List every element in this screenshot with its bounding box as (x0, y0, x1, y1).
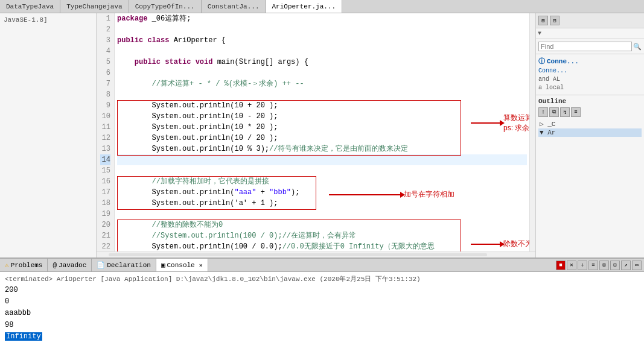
code-scroll[interactable]: 123456789101112131415161718192021222324 … (97, 13, 535, 251)
console-close-icon[interactable]: ✕ (567, 261, 576, 270)
console-icon: ▣ (161, 261, 165, 269)
outline-title: Outline (538, 98, 642, 105)
right-panel-search: 🔍 (536, 39, 644, 54)
code-line-1: package _06运算符; (117, 13, 527, 24)
outline-item-c[interactable]: ▷ _C (538, 119, 642, 128)
code-line-9: System.out.println(10 + 20 ); (117, 100, 527, 111)
console-stop-icon[interactable]: ■ (556, 261, 566, 270)
editor-scrollbar[interactable] (529, 13, 535, 251)
line-num-2: 2 (100, 24, 110, 35)
main-area: JavaSE-1.8] 1234567891011121314151617181… (0, 13, 644, 257)
tab-constantja[interactable]: ConstantJa... (202, 0, 266, 13)
code-line-17: System.out.println("aaa" + "bbb"); (117, 187, 527, 198)
line-num-8: 8 (100, 89, 110, 100)
line-num-1: 1 (100, 13, 110, 24)
tab-problems[interactable]: ⚠ Problems (0, 259, 48, 271)
editor-area: 123456789101112131415161718192021222324 … (97, 13, 535, 257)
connect-title: ⓘ Conne... (538, 57, 642, 66)
line-num-16: 16 (100, 176, 110, 187)
connect-line2: and AL (538, 75, 642, 84)
outline-btn-4[interactable]: ≡ (571, 107, 581, 117)
line-num-13: 13 (100, 144, 110, 154)
line-num-11: 11 (100, 122, 110, 133)
right-panel-toolbar: ⊞ ⊟ (538, 16, 642, 25)
expand-icon[interactable]: ⊞ (538, 16, 548, 25)
search-icon[interactable]: 🔍 (633, 43, 642, 51)
line-num-22: 22 (100, 241, 110, 251)
declaration-icon: 📄 (97, 261, 105, 269)
problems-icon: ⚠ (5, 261, 9, 269)
code-line-6 (117, 68, 527, 78)
console-scroll-lock-icon[interactable]: ⇩ (578, 261, 587, 270)
connect-line3: a local (538, 84, 642, 92)
console-btn-7[interactable]: ↗ (621, 261, 631, 270)
code-line-18: System.out.println('a' + 1 ); (117, 198, 527, 209)
code-line-16: //加载字符相加时，它代表的是拼接 (117, 176, 527, 187)
code-line-2 (117, 24, 527, 35)
console-btn-5[interactable]: ⊞ (599, 261, 609, 270)
console-output: 200 0 aaabbb 98 Infinity (5, 285, 639, 343)
line-num-15: 15 (100, 165, 110, 176)
left-sidebar: JavaSE-1.8] (0, 13, 97, 257)
line-num-14: 14 (100, 154, 110, 165)
bottom-tab-bar: ⚠ Problems @ Javadoc 📄 Declaration ▣ Con… (0, 259, 644, 272)
chevron-down-icon: ▼ (538, 30, 541, 37)
info-icon: ⓘ (538, 57, 545, 66)
line-num-20: 20 (100, 220, 110, 230)
output-line-1: 200 (5, 285, 639, 296)
code-line-15 (117, 165, 527, 176)
line-num-4: 4 (100, 46, 110, 57)
tab-datatypejava[interactable]: DataTypeJava (0, 0, 60, 13)
hscroll-thumb[interactable] (109, 253, 487, 256)
code-line-8 (117, 89, 527, 100)
code-line-20: //整数的除数不能为0 (117, 220, 527, 230)
code-line-21: //System.out.println(100 / 0);//在运算时，会有异… (117, 230, 527, 241)
find-input[interactable] (538, 42, 632, 51)
outline-tree: ▷ _C ▼ Ar (538, 119, 642, 137)
editor-tab-bar: DataTypeJava TypeChangejava CopyTypeOfIn… (0, 0, 644, 13)
tab-copytypeofin[interactable]: CopyTypeOfIn... (129, 0, 202, 13)
connect-section: ⓘ Conne... Conne... and AL a local (536, 54, 644, 95)
connect-text: Conne... and AL a local (538, 67, 642, 92)
console-btn-6[interactable]: ⊟ (610, 261, 620, 270)
console-actions: ■ ✕ ⇩ ≡ ⊞ ⊟ ↗ ▭ (553, 259, 644, 271)
javadoc-icon: @ (53, 262, 57, 269)
horizontal-scrollbar[interactable] (97, 251, 535, 257)
sidebar-javase[interactable]: JavaSE-1.8] (2, 16, 94, 24)
line-num-17: 17 (100, 187, 110, 198)
line-num-19: 19 (100, 209, 110, 220)
line-num-18: 18 (100, 198, 110, 209)
tab-arioperter[interactable]: AriOperter.ja... (266, 0, 343, 13)
line-num-6: 6 (100, 68, 110, 78)
code-line-10: System.out.println(10 - 20 ); (117, 111, 527, 122)
tab-console[interactable]: ▣ Console ✕ (156, 259, 208, 271)
code-line-22: System.out.println(100 / 0.0);//0.0无限接近于… (117, 241, 527, 251)
outline-item-ar[interactable]: ▼ Ar (538, 128, 642, 137)
code-lines: package _06运算符; public class AriOperter … (115, 13, 529, 251)
outline-btn-2[interactable]: ⧉ (549, 107, 559, 117)
outline-btn-3[interactable]: ↯ (560, 107, 570, 117)
output-line-4: 98 (5, 320, 639, 331)
code-line-4 (117, 46, 527, 57)
tab-declaration[interactable]: 📄 Declaration (92, 259, 156, 271)
line-num-5: 5 (100, 57, 110, 68)
line-num-3: 3 (100, 35, 110, 46)
line-num-9: 9 (100, 100, 110, 111)
code-line-12: System.out.println(10 / 20 ); (117, 133, 527, 144)
outline-btn-1[interactable]: ↕ (538, 107, 548, 117)
chevron-down-area: ▼ (536, 28, 644, 39)
bottom-panel: ⚠ Problems @ Javadoc 📄 Declaration ▣ Con… (0, 257, 644, 357)
console-btn-8[interactable]: ▭ (632, 261, 642, 270)
console-content: <terminated> AriOperter [Java Applicatio… (0, 272, 644, 357)
connect-title-text: Conne... (547, 58, 579, 65)
console-btn-4[interactable]: ≡ (588, 261, 598, 270)
collapse-icon[interactable]: ⊟ (550, 16, 560, 25)
close-icon[interactable]: ✕ (199, 262, 203, 269)
connect-link[interactable]: Conne... (538, 68, 567, 74)
code-line-5: public static void main(String[] args) { (117, 57, 527, 68)
tab-javadoc[interactable]: @ Javadoc (48, 259, 92, 271)
line-numbers: 123456789101112131415161718192021222324 (97, 13, 115, 251)
code-line-7: //算术运算+ - * / %(求模-＞求余) ++ -- (117, 78, 527, 89)
console-terminated: <terminated> AriOperter [Java Applicatio… (5, 274, 639, 283)
tab-typechangejava[interactable]: TypeChangejava (60, 0, 129, 13)
